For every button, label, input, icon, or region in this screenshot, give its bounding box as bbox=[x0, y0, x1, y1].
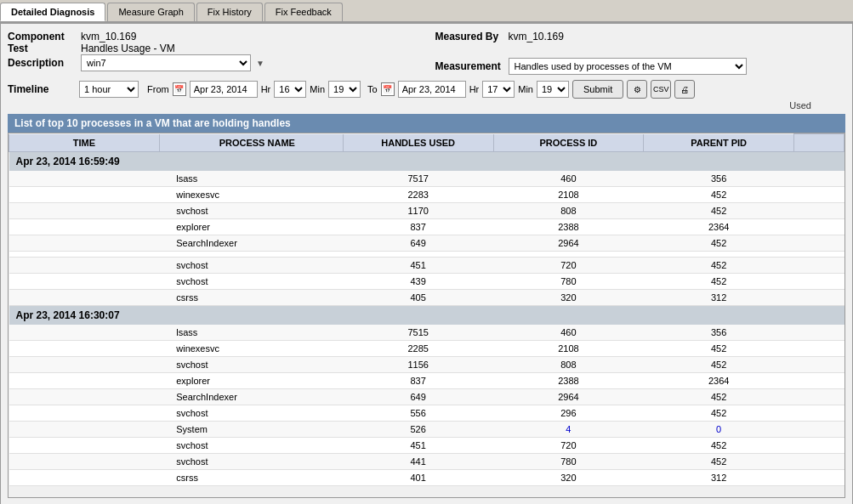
submit-button[interactable]: Submit bbox=[572, 80, 623, 99]
hr-label-from: Hr bbox=[261, 84, 271, 94]
cell-scrollbar bbox=[794, 421, 844, 437]
tab-fix-feedback[interactable]: Fix Feedback bbox=[264, 3, 343, 21]
tab-measure-graph[interactable]: Measure Graph bbox=[107, 3, 194, 21]
form-left: Component kvm_10.169 Test Handles Usage … bbox=[8, 31, 418, 75]
cell-time bbox=[9, 372, 160, 388]
cell-scrollbar bbox=[794, 171, 844, 187]
description-select[interactable]: win7 bbox=[81, 54, 251, 71]
cell-process: explorer bbox=[159, 372, 343, 388]
to-date-input[interactable] bbox=[398, 81, 466, 98]
from-calendar-icon[interactable]: 📅 bbox=[173, 82, 186, 96]
cell-handles: 649 bbox=[343, 388, 493, 405]
cell-handles: 7515 bbox=[343, 325, 493, 341]
main-content: Component kvm_10.169 Test Handles Usage … bbox=[0, 23, 853, 504]
cell-parent-pid: 312 bbox=[644, 469, 794, 485]
cell-handles: 2283 bbox=[343, 186, 493, 202]
graph-icon-btn[interactable]: ⚙ bbox=[627, 80, 647, 99]
col-header-pid: PROCESS ID bbox=[493, 134, 644, 152]
cell-time bbox=[9, 469, 160, 485]
cell-pid: 320 bbox=[493, 469, 644, 485]
component-row: Component kvm_10.169 bbox=[8, 31, 418, 42]
component-value: kvm_10.169 bbox=[81, 31, 136, 42]
to-label: To bbox=[367, 84, 378, 94]
tab-detailed-diagnosis[interactable]: Detailed Diagnosis bbox=[0, 3, 105, 21]
cell-scrollbar bbox=[794, 437, 844, 453]
cell-time bbox=[9, 171, 160, 187]
table-row: SearchIndexer6492964452 bbox=[9, 235, 844, 251]
test-value: Handles Usage - VM bbox=[81, 42, 175, 54]
to-calendar-icon[interactable]: 📅 bbox=[381, 82, 395, 96]
cell-pid: 720 bbox=[493, 257, 644, 273]
cell-parent-pid: 356 bbox=[644, 325, 794, 341]
min-to-select[interactable]: 19 bbox=[537, 81, 569, 98]
cell-process: svchost bbox=[159, 437, 343, 453]
cell-handles: 401 bbox=[343, 469, 493, 485]
cell-scrollbar bbox=[794, 202, 844, 218]
cell-parent-pid: 2364 bbox=[644, 218, 794, 235]
min-label-from: Min bbox=[310, 84, 325, 94]
cell-process bbox=[159, 251, 343, 257]
col-header-handles: HANDLES USED bbox=[343, 134, 493, 152]
cell-pid: 808 bbox=[493, 356, 644, 372]
hr-to-select[interactable]: 17 bbox=[482, 81, 515, 98]
cell-process: svchost bbox=[159, 273, 343, 289]
cell-parent-pid: 452 bbox=[644, 437, 794, 453]
cell-handles: 1170 bbox=[343, 202, 493, 218]
cell-handles: 441 bbox=[343, 453, 493, 469]
cell-process: System bbox=[159, 421, 343, 437]
test-row: Test Handles Usage - VM bbox=[8, 42, 418, 54]
table-row: svchost1170808452 bbox=[9, 202, 844, 218]
data-table-container[interactable]: TIME PROCESS NAME HANDLES USED PROCESS I… bbox=[8, 133, 845, 498]
table-row: explorer83723882364 bbox=[9, 372, 844, 388]
group-row: Apr 23, 2014 16:59:49 bbox=[9, 151, 844, 171]
cell-scrollbar bbox=[794, 453, 844, 469]
from-date-input[interactable] bbox=[190, 81, 258, 98]
tab-fix-history[interactable]: Fix History bbox=[196, 3, 263, 21]
cell-time bbox=[9, 405, 160, 421]
min-from-select[interactable]: 19 bbox=[328, 81, 361, 98]
cell-parent-pid: 452 bbox=[644, 235, 794, 251]
cell-process: svchost bbox=[159, 405, 343, 421]
cell-parent-pid: 452 bbox=[644, 340, 794, 356]
cell-pid: 460 bbox=[493, 171, 644, 187]
cell-parent-pid: 312 bbox=[644, 289, 794, 305]
cell-pid: 2108 bbox=[493, 340, 644, 356]
table-row: svchost451720452 bbox=[9, 257, 844, 273]
print-icon-btn[interactable]: 🖨 bbox=[674, 80, 695, 99]
cell-handles bbox=[343, 251, 493, 257]
test-label: Test bbox=[8, 42, 76, 54]
cell-pid: 720 bbox=[493, 437, 644, 453]
table-row: csrss405320312 bbox=[9, 289, 844, 305]
table-row bbox=[9, 251, 844, 257]
cell-process: csrss bbox=[159, 289, 343, 305]
table-row: winexesvc22852108452 bbox=[9, 340, 844, 356]
csv-icon-btn[interactable]: CSV bbox=[651, 80, 671, 99]
timeline-duration-select[interactable]: 1 hour bbox=[79, 81, 139, 98]
cell-time bbox=[9, 186, 160, 202]
cell-handles: 526 bbox=[343, 421, 493, 437]
cell-scrollbar bbox=[794, 356, 844, 372]
measurement-select[interactable]: Handles used by processes of the VM bbox=[509, 58, 747, 75]
cell-scrollbar bbox=[794, 388, 844, 405]
cell-scrollbar bbox=[794, 325, 844, 341]
cell-pid: 780 bbox=[493, 273, 644, 289]
table-row: csrss401320312 bbox=[9, 469, 844, 485]
cell-parent-pid: 452 bbox=[644, 405, 794, 421]
cell-process: svchost bbox=[159, 257, 343, 273]
cell-scrollbar bbox=[794, 218, 844, 235]
table-row: lsass7515460356 bbox=[9, 325, 844, 341]
tab-bar: Detailed Diagnosis Measure Graph Fix His… bbox=[0, 0, 853, 23]
cell-handles: 451 bbox=[343, 257, 493, 273]
form-grid: Component kvm_10.169 Test Handles Usage … bbox=[8, 31, 845, 75]
cell-scrollbar bbox=[794, 340, 844, 356]
cell-handles: 7517 bbox=[343, 171, 493, 187]
cell-parent-pid: 452 bbox=[644, 257, 794, 273]
table-row: svchost1156808452 bbox=[9, 356, 844, 372]
scrollbar-header bbox=[794, 134, 844, 152]
dropdown-arrow: ▼ bbox=[256, 59, 264, 68]
cell-pid: 296 bbox=[493, 405, 644, 421]
table-row: winexesvc22832108452 bbox=[9, 186, 844, 202]
hr-from-select[interactable]: 16 bbox=[274, 81, 306, 98]
measurement-label: Measurement bbox=[435, 60, 503, 72]
col-header-parent: PARENT PID bbox=[644, 134, 794, 152]
